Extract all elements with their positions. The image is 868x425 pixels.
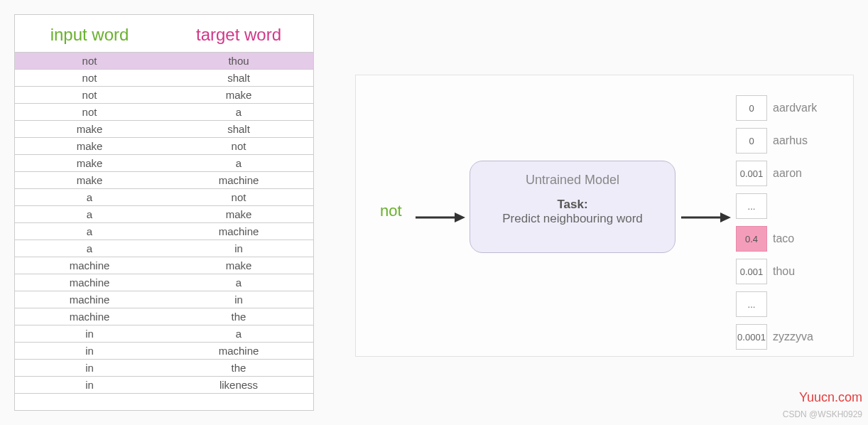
cell-target: a	[164, 326, 313, 342]
svg-marker-1	[455, 212, 465, 222]
cell-input: in	[15, 360, 164, 376]
cell-target: shalt	[164, 70, 313, 86]
cell-target: the	[164, 360, 313, 376]
output-value: ...	[736, 291, 767, 317]
cell-target: a	[164, 155, 313, 171]
cell-target: make	[164, 257, 313, 274]
output-value: 0	[736, 95, 767, 121]
cell-target: thou	[164, 53, 313, 69]
table-row: notmake	[15, 86, 313, 103]
cell-input: machine	[15, 274, 164, 291]
table-row: ain	[15, 240, 313, 257]
diagram-input-word: not	[380, 202, 402, 220]
table-row-empty	[15, 393, 313, 410]
output-label: aardvark	[773, 102, 817, 114]
table-row: makea	[15, 154, 313, 171]
arrow-icon	[681, 210, 731, 225]
cell-target: not	[164, 138, 313, 154]
cell-input: make	[15, 155, 164, 171]
output-row: ...	[736, 291, 817, 317]
model-task-text: Predict neighbouring word	[470, 212, 675, 226]
credit: CSDN @WSKH0929	[783, 409, 862, 419]
cell-target: in	[164, 291, 313, 308]
cell-target: a	[164, 104, 313, 120]
table-row: makenot	[15, 137, 313, 154]
table-row: machinethe	[15, 308, 313, 325]
output-label: aaron	[773, 167, 802, 180]
cell-input: a	[15, 223, 164, 240]
table-row: inlikeness	[15, 376, 313, 393]
cell-target: in	[164, 240, 313, 257]
output-value: 0.0001	[736, 324, 767, 350]
cell-input: make	[15, 138, 164, 154]
table-row: anot	[15, 188, 313, 205]
table-row: amake	[15, 205, 313, 222]
cell-input: make	[15, 121, 164, 137]
page: input word target word notthounotshaltno…	[0, 0, 868, 425]
cell-input: not	[15, 53, 164, 69]
table-row: machinemake	[15, 257, 313, 274]
watermark: Yuucn.com	[799, 390, 862, 405]
output-value: 0.001	[736, 259, 767, 284]
output-row: 0.0001zyzzyva	[736, 324, 817, 350]
cell-target: a	[164, 274, 313, 291]
model-diagram: not Untrained Model Task: Predict neighb…	[355, 75, 854, 357]
table-row: ina	[15, 325, 313, 342]
output-row: 0.001aaron	[736, 161, 817, 186]
cell-input: a	[15, 240, 164, 257]
svg-marker-3	[720, 212, 731, 222]
table-header: input word target word	[15, 15, 313, 52]
output-row: 0aarhus	[736, 128, 817, 154]
output-value: 0.4	[736, 226, 767, 252]
output-label: taco	[773, 232, 794, 245]
cell-target: machine	[164, 343, 313, 359]
header-input: input word	[15, 15, 164, 52]
output-value: 0	[736, 128, 767, 154]
cell-input: not	[15, 87, 164, 103]
cell-input: a	[15, 189, 164, 205]
table-row: amachine	[15, 222, 313, 240]
model-title: Untrained Model	[470, 173, 675, 188]
output-row: 0aardvark	[736, 95, 817, 121]
cell-input: not	[15, 70, 164, 86]
cell-input: machine	[15, 257, 164, 274]
output-label: aarhus	[773, 134, 808, 147]
header-target: target word	[164, 15, 313, 52]
cell-input: in	[15, 343, 164, 359]
output-row: ...	[736, 193, 817, 219]
output-value: 0.001	[736, 161, 767, 186]
model-box: Untrained Model Task: Predict neighbouri…	[470, 161, 676, 253]
cell-target: likeness	[164, 377, 313, 393]
cell-target: machine	[164, 172, 313, 188]
cell-input: in	[15, 377, 164, 393]
cell-input: machine	[15, 291, 164, 308]
table-row: machinea	[15, 274, 313, 291]
output-row: 0.4taco	[736, 226, 817, 252]
training-pairs-table: input word target word notthounotshaltno…	[14, 14, 314, 411]
table-body: notthounotshaltnotmakenotamakeshaltmaken…	[15, 52, 313, 410]
cell-target: shalt	[164, 121, 313, 137]
cell-target: make	[164, 87, 313, 103]
table-row: inthe	[15, 359, 313, 376]
table-row: makeshalt	[15, 120, 313, 137]
output-value: ...	[736, 193, 767, 219]
output-label: zyzzyva	[773, 330, 813, 343]
output-label: thou	[773, 265, 795, 278]
output-row: 0.001thou	[736, 259, 817, 284]
table-row: makemachine	[15, 171, 313, 188]
output-column: 0aardvark0aarhus0.001aaron...0.4taco0.00…	[736, 95, 817, 357]
cell-input: make	[15, 172, 164, 188]
table-row: notthou	[15, 52, 313, 69]
arrow-icon	[416, 210, 465, 225]
cell-target: machine	[164, 223, 313, 240]
table-row: machinein	[15, 291, 313, 308]
cell-input: in	[15, 326, 164, 342]
cell-input: a	[15, 206, 164, 222]
cell-target: the	[164, 308, 313, 325]
cell-input: machine	[15, 308, 164, 325]
cell-input: not	[15, 104, 164, 120]
table-row: nota	[15, 103, 313, 120]
cell-target: make	[164, 206, 313, 222]
table-row: inmachine	[15, 342, 313, 359]
cell-target: not	[164, 189, 313, 205]
